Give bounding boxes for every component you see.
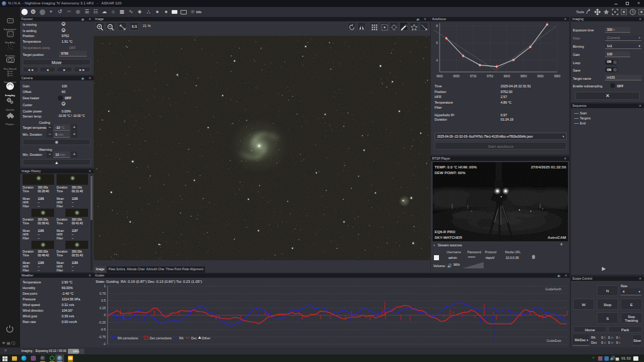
svg-text:GuideNorth: GuideNorth (545, 287, 562, 291)
svg-text:TEMP: 0.0 'C HUM: 00%: TEMP: 0.0 'C HUM: 00% (435, 165, 477, 169)
svg-text:0: 0 (104, 313, 106, 317)
svg-text:RA: RA (179, 336, 184, 340)
svg-text:Dec corrections: Dec corrections (150, 336, 172, 340)
svg-text:9750: 9750 (487, 75, 494, 78)
svg-text:9800: 9800 (504, 75, 511, 78)
svg-text:-0.5: -0.5 (100, 327, 106, 331)
svg-text:SKY-WATCHER: SKY-WATCHER (435, 236, 463, 239)
svg-text:9900: 9900 (537, 75, 544, 78)
svg-text:AstroCAM: AstroCAM (547, 236, 565, 239)
svg-text:-0.25: -0.25 (99, 321, 106, 324)
svg-text:Dec: Dec (191, 336, 197, 340)
svg-text:9650: 9650 (453, 75, 460, 78)
svg-text:EQ6-R PRO: EQ6-R PRO (435, 230, 455, 234)
svg-text:27/04/2025 01:32:50: 27/04/2025 01:32:50 (531, 165, 566, 169)
svg-text:0.25: 0.25 (99, 306, 106, 310)
svg-text:RA corrections: RA corrections (118, 336, 138, 340)
svg-text:Dither: Dither (202, 336, 211, 340)
svg-text:-0.75: -0.75 (99, 335, 106, 339)
svg-text:9600: 9600 (436, 75, 443, 78)
svg-text:-1: -1 (103, 342, 106, 346)
svg-text:9850: 9850 (520, 75, 527, 78)
svg-text:DEW POINT: 00%: DEW POINT: 00% (435, 171, 466, 175)
svg-text:9950: 9950 (554, 75, 561, 78)
svg-text:6: 6 (436, 41, 438, 45)
svg-text:0.5: 0.5 (101, 299, 106, 302)
svg-text:1: 1 (104, 284, 106, 288)
svg-text:GuideEast: GuideEast (547, 339, 562, 343)
svg-text:9700: 9700 (470, 75, 477, 78)
svg-text:4: 4 (436, 59, 438, 62)
svg-text:8: 8 (436, 25, 438, 28)
svg-text:0.75: 0.75 (99, 292, 106, 295)
